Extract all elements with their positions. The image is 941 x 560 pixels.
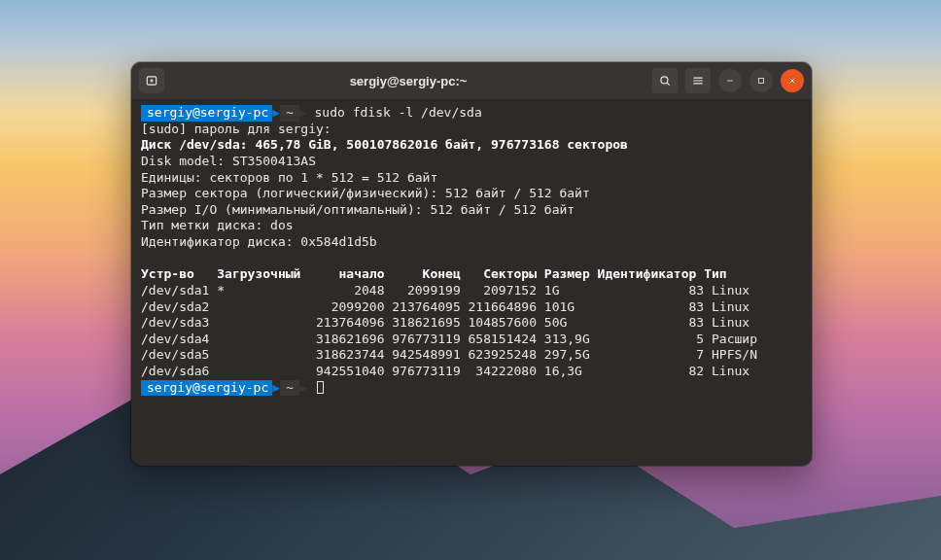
- prompt-path-2: ~: [280, 380, 299, 397]
- hamburger-icon: [691, 74, 705, 88]
- prompt-path: ~: [280, 105, 299, 122]
- command-text: sudo fdisk -l /dev/sda: [315, 105, 482, 120]
- disk-label-type: Тип метки диска: dos: [141, 218, 294, 232]
- search-button[interactable]: [652, 68, 678, 93]
- close-button[interactable]: [781, 69, 804, 92]
- prompt-sep-2: ▶: [299, 105, 307, 120]
- prompt-sep-4: ▶: [299, 380, 307, 395]
- disk-identifier: Идентификатор диска: 0x584d1d5b: [141, 234, 377, 249]
- minimize-button[interactable]: [718, 69, 742, 92]
- menu-button[interactable]: [685, 68, 711, 93]
- new-tab-button[interactable]: [139, 68, 164, 93]
- terminal-body[interactable]: sergiy@sergiy-pc▶~▶ sudo fdisk -l /dev/s…: [131, 99, 812, 466]
- close-icon: [787, 76, 797, 86]
- disk-summary: Диск /dev/sda: 465,78 GiB, 500107862016 …: [141, 137, 628, 152]
- disk-io-size: Размер I/O (минимальный/оптимальный): 51…: [141, 202, 575, 217]
- prompt-sep-1: ▶: [272, 105, 280, 122]
- prompt-sep-3: ▶: [272, 380, 280, 397]
- svg-rect-9: [759, 79, 764, 84]
- minimize-icon: [725, 76, 735, 86]
- maximize-button[interactable]: [749, 69, 773, 92]
- cursor: [317, 381, 324, 394]
- disk-units: Единицы: секторов по 1 * 512 = 512 байт: [141, 170, 437, 185]
- partition-header: Устр-во Загрузочный начало Конец Секторы…: [141, 266, 727, 281]
- window-title: sergiy@sergiy-pc:~: [170, 74, 646, 88]
- sudo-prompt: [sudo] пароль для sergiy:: [141, 122, 331, 136]
- terminal-window: sergiy@sergiy-pc:~ sergiy@sergiy-pc▶~▶ s…: [131, 62, 812, 466]
- search-icon: [658, 74, 672, 88]
- disk-model: Disk model: ST3500413AS: [141, 154, 316, 168]
- new-tab-icon: [145, 74, 158, 88]
- prompt-user-host-2: sergiy@sergiy-pc: [141, 380, 272, 397]
- partition-rows: /dev/sda1 * 2048 2099199 2097152 1G 83 L…: [141, 283, 757, 378]
- maximize-icon: [756, 76, 766, 86]
- svg-line-4: [667, 83, 670, 86]
- prompt-user-host: sergiy@sergiy-pc: [141, 105, 272, 122]
- titlebar: sergiy@sergiy-pc:~: [131, 62, 812, 99]
- disk-sector-size: Размер сектора (логический/физический): …: [141, 186, 590, 200]
- svg-point-3: [661, 77, 668, 84]
